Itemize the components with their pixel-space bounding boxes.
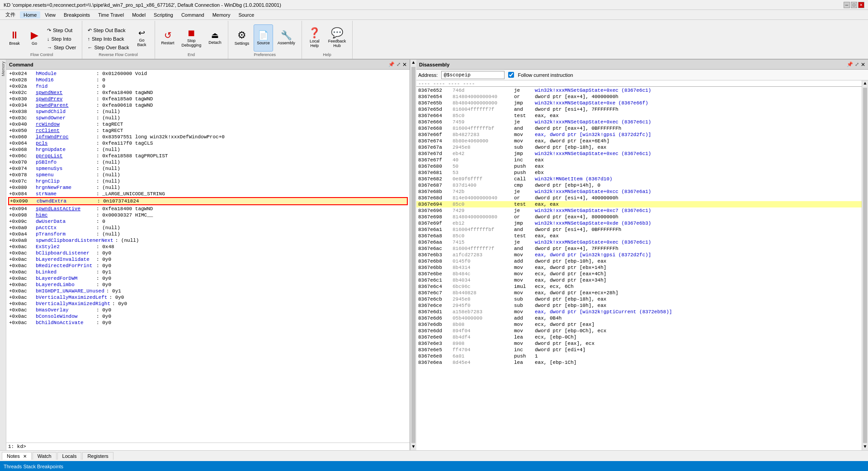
disasm-operands[interactable]: win32k!MNGetItem (8367d10) (535, 176, 860, 182)
disasm-pin-icon[interactable]: 📌 (847, 61, 853, 68)
stop-debugging-button[interactable]: ⏹ StopDebugging (179, 24, 204, 52)
disasm-operands[interactable]: eax, dword ptr [win32k!gpsi (8372d2fc)] (535, 252, 860, 258)
cmd-field-value: : 0 (96, 218, 407, 225)
minimize-button[interactable]: ─ (844, 2, 850, 8)
disasm-operands[interactable]: eax, dword ptr [win32k!gptiCurrent (8372… (535, 309, 860, 315)
step-into-back-label: Step Into Back (92, 36, 124, 42)
cmd-field-name[interactable]: ppropList (36, 153, 94, 159)
step-into-back-button[interactable]: ↑ Step Into Back (86, 35, 131, 43)
cmd-offset: +0x040 (9, 121, 34, 127)
cmd-field-value: : 0 (96, 77, 407, 83)
cmd-field-name[interactable]: rcClient (36, 127, 94, 134)
menu-view[interactable]: View (41, 11, 59, 19)
disasm-scroll-up[interactable]: ▲ (862, 80, 868, 87)
cmd-field-name: cbwndExtra (37, 198, 95, 204)
go-button[interactable]: ▶ Go (25, 24, 43, 52)
command-row: +0x02afnid: 0 (8, 83, 408, 89)
scroll-thumb[interactable] (411, 67, 415, 443)
disasm-operands[interactable]: win32k!xxxMNSetGapState+0xec (8367e6c1) (535, 119, 860, 125)
close-button[interactable]: ✕ (858, 2, 864, 8)
cmd-field-name[interactable]: spwndPrev (36, 96, 94, 102)
disasm-address: 8367e6e3 (418, 340, 450, 347)
settings-button[interactable]: ⚙ Settings (232, 24, 252, 52)
command-input[interactable] (28, 444, 408, 449)
cmd-field-name[interactable]: pcls (36, 140, 94, 146)
disasm-operands[interactable]: win32k!xxxMNSetGapState+0xec (8367e6c1) (535, 87, 860, 94)
disasm-operands[interactable]: win32k!xxxMNSetGapState+0xec (8367e6c1) (535, 151, 860, 157)
disasm-scroll-thumb[interactable] (863, 88, 867, 443)
disasm-mnemonic: je (514, 188, 532, 195)
follow-checkbox[interactable] (508, 72, 514, 78)
disasm-operands[interactable]: win32k!xxxMNSetGapState+0xe (8367e66f) (535, 100, 860, 106)
disasm-expand-icon[interactable]: ⤢ (855, 61, 859, 68)
disasm-title: Disassembly (419, 62, 449, 67)
cmd-field-name[interactable]: spwndLastActive (36, 206, 94, 212)
disasm-operands[interactable]: win32k!xxxMNSetGapState+0xc7 (8367e6c1) (535, 207, 860, 214)
disasm-operands[interactable]: win32k!xxxMNSetGapState+0xcc (8367e6a1) (535, 188, 860, 195)
panel-pin-icon[interactable]: 📌 (388, 61, 395, 68)
break-button[interactable]: ⏸ Break (5, 24, 24, 52)
command-row: +0x038spwndChild: (null) (8, 108, 408, 115)
menu-model[interactable]: Model (128, 11, 149, 19)
left-side-panel: Memory (0, 60, 6, 450)
disasm-address: 8367e668 (418, 125, 450, 132)
disasm-operands[interactable]: eax, dword ptr [win32k!gpsi (8372d2fc)] (535, 132, 860, 138)
step-over-back-button[interactable]: ← Step Over Back (86, 43, 131, 52)
command-row: +0x034spwndParent: 0xfea00618 tagWND (8, 102, 408, 108)
tab-notes-close[interactable]: ✕ (23, 454, 27, 459)
disasm-scroll-down[interactable]: ▼ (862, 444, 868, 450)
cmd-offset: +0x02c (9, 89, 34, 96)
menu-memory[interactable]: Memory (209, 11, 234, 19)
panel-close-icon[interactable]: ✕ (402, 61, 407, 68)
cmd-field-name: pActCtx (36, 225, 94, 231)
menu-command[interactable]: Command (178, 11, 208, 19)
menu-timetravel[interactable]: Time Travel (94, 11, 127, 19)
panel-expand-icon[interactable]: ⤢ (396, 61, 401, 68)
go-back-button[interactable]: ↩ GoBack (133, 24, 151, 52)
step-out-back-button[interactable]: ↶ Step Out Back (86, 26, 131, 34)
cmd-field-name[interactable]: rcWindow (36, 121, 94, 127)
disasm-mnemonic: lea (514, 334, 532, 340)
menu-breakpoints[interactable]: Breakpoints (60, 11, 94, 19)
source-button[interactable]: 📄 Source (254, 24, 273, 52)
main-area: Memory Command 📌 ⤢ ✕ +0x024hModule: 0x01… (0, 60, 868, 450)
restart-button[interactable]: ↺ Restart (159, 24, 177, 52)
tab-notes[interactable]: Notes ✕ (2, 452, 32, 460)
step-out-button[interactable]: ↷ Step Out (45, 26, 78, 34)
menu-file[interactable]: 文件 (2, 10, 19, 19)
cmd-field-name: ExStyle2 (36, 244, 94, 250)
command-row: +0x0acbConsoleWindow: 0y0 (8, 313, 408, 320)
detach-button[interactable]: ⏏ Detach (206, 24, 224, 52)
disasm-bytes: 53 (453, 170, 511, 176)
disasm-address: 8367e696 (418, 207, 450, 214)
menu-scripting[interactable]: Scripting (150, 11, 177, 19)
tab-watch[interactable]: Watch (33, 452, 57, 460)
cmd-field-name[interactable]: lpfnWndProc (36, 134, 94, 140)
assembly-button[interactable]: 🔧 Assembly (275, 24, 298, 52)
cmd-field-name[interactable]: spwndParent (36, 102, 94, 108)
feedback-hub-button[interactable]: 💬 FeedbackHub (326, 24, 349, 52)
menu-home[interactable]: Home (20, 11, 40, 19)
prefs-inner: ⚙ Settings 📄 Source 🔧 Assembly (232, 22, 298, 52)
scroll-up-button[interactable]: ▲ (410, 60, 416, 66)
disasm-operands[interactable]: win32k!xxxMNSetGapState+0xec (8367e6c1) (535, 239, 860, 245)
tab-locals[interactable]: Locals (57, 452, 82, 460)
cmd-field-name[interactable]: himc (36, 212, 94, 218)
maximize-button[interactable]: □ (851, 2, 857, 8)
step-into-button[interactable]: ↓ Step Into (45, 35, 78, 43)
disasm-close-icon[interactable]: ✕ (861, 61, 865, 68)
memory-label[interactable]: Memory (1, 61, 5, 76)
cmd-field-value: : 0xfea00618 tagWND (96, 102, 407, 108)
scroll-down-button[interactable]: ▼ (410, 444, 416, 450)
local-help-button[interactable]: ❓ LocalHelp (306, 24, 324, 52)
cmd-field-name[interactable]: spwndNext (36, 89, 94, 96)
disasm-operands[interactable]: win32k!xxxMNSetGapState+0xde (8367e6b3) (535, 220, 860, 226)
disasm-address: 8367e6aa (418, 239, 450, 245)
tab-registers[interactable]: Registers (82, 452, 113, 460)
step-over-button[interactable]: → Step Over (45, 43, 78, 52)
ribbon-group-flow: ⏸ Break ▶ Go ↷ Step Out ↓ Step Into → St… (2, 21, 82, 59)
disasm-bytes: 8b440828 (453, 290, 511, 296)
address-input[interactable] (441, 71, 505, 79)
menu-source[interactable]: Source (235, 11, 258, 19)
command-row: +0x094spwndLastActive: 0xfea18400 tagWND (8, 206, 408, 212)
